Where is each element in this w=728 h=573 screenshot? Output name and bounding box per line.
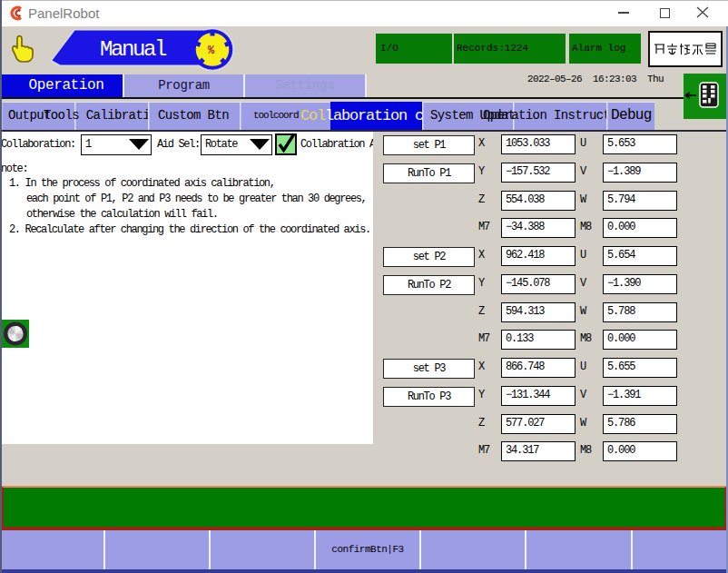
svg-text:%: %: [208, 44, 215, 57]
